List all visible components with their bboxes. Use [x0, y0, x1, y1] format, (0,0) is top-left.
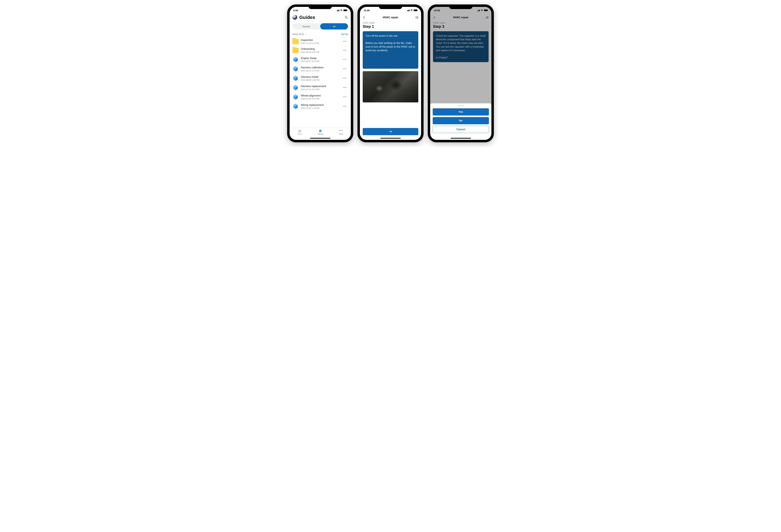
screen-step3: 10:28 HVAC repair HVAC repair Step 3 Che…	[430, 7, 491, 140]
guide-icon	[292, 94, 299, 100]
item-title: Onboarding	[301, 47, 339, 51]
wifi-icon	[340, 9, 342, 11]
item-title: Harness install	[301, 75, 339, 79]
tab-recent[interactable]: Recent	[292, 23, 320, 30]
item-title: Inspection	[301, 39, 339, 42]
item-more-button[interactable]: •••	[342, 75, 348, 81]
subheader: HVAC repair Step 1	[360, 20, 421, 29]
nav-home-label: Home	[297, 133, 302, 135]
nav-title: HVAC repair	[383, 16, 398, 19]
subheader: HVAC repair Step 3	[430, 20, 491, 29]
action-sheet: Yes No Cancel	[430, 103, 491, 140]
item-subtitle: 2020-12-03 3:32 PM	[301, 97, 339, 100]
svg-rect-22	[321, 130, 322, 132]
item-subtitle: 2021-07-12 4:12 PM	[301, 88, 339, 91]
screen-step1: 10:28 HVAC repair HVAC repair Step 1 Tur…	[360, 7, 421, 140]
list-item[interactable]: Engine Swap2021-09-21 6:13 AM•••	[292, 55, 348, 64]
status-time: 10:28	[364, 9, 370, 12]
status-icons	[477, 9, 488, 11]
filter-tabs: Recent All	[292, 23, 348, 30]
item-more-button[interactable]: •••	[342, 94, 348, 100]
item-title: Engine Swap	[301, 57, 339, 60]
no-button[interactable]: No	[433, 117, 489, 124]
home-indicator[interactable]	[451, 138, 471, 139]
nav-more[interactable]: ••• More	[339, 129, 343, 135]
item-more-button[interactable]: •••	[342, 57, 348, 62]
nav-header: HVAC repair	[430, 14, 491, 20]
avatar[interactable]	[292, 15, 297, 20]
list-item[interactable]: Harness install2021-08-03 1:38 PM•••	[292, 74, 348, 83]
guide-icon	[292, 75, 299, 81]
steps-list-icon	[486, 16, 489, 19]
home-indicator[interactable]	[380, 138, 401, 139]
content-area: Turn off the power to the unit. Before y…	[360, 29, 421, 128]
item-subtitle: 2020-12-05 1:18 PM	[301, 107, 339, 109]
yes-button[interactable]: Yes	[433, 108, 489, 116]
home-indicator[interactable]	[310, 138, 330, 139]
tab-all[interactable]: All	[320, 23, 348, 30]
folder-icon	[292, 39, 299, 44]
library-icon	[319, 129, 322, 133]
steps-list-icon[interactable]	[415, 16, 419, 19]
notch	[309, 5, 332, 9]
list-item[interactable]: Harness replacement2021-07-12 4:12 PM•••	[292, 83, 348, 92]
back-button[interactable]	[362, 16, 366, 19]
svg-rect-24	[416, 17, 416, 18]
battery-icon	[484, 9, 488, 11]
next-button[interactable]	[363, 128, 418, 135]
item-title: Harness replacement	[301, 85, 339, 88]
item-text: Inspection2021-11-19 6:13 AM	[301, 39, 339, 44]
breadcrumb: HVAC repair	[363, 21, 418, 24]
step-title: Step 3	[433, 25, 489, 29]
list-item[interactable]: Wiring replacement2020-12-05 1:18 PM•••	[292, 102, 348, 111]
guide-icon	[292, 84, 299, 91]
guide-icon	[292, 56, 299, 62]
item-more-button[interactable]: •••	[342, 39, 348, 44]
folder-icon	[292, 48, 299, 53]
sort-label: Name (A-Z) ↓	[292, 33, 306, 36]
wifi-icon	[481, 9, 483, 11]
guide-icon	[292, 66, 299, 72]
step-title: Step 1	[363, 25, 418, 29]
screen-library: 6:50 Guides Recent All Name (A-Z) ↓ Sort…	[290, 7, 351, 140]
nav-home[interactable]: Home	[297, 129, 302, 135]
page-header: Guides	[290, 14, 351, 21]
item-more-button[interactable]: •••	[342, 66, 348, 72]
item-more-button[interactable]: •••	[342, 47, 348, 53]
list-item[interactable]: Inspection2021-11-19 6:13 AM•••	[292, 37, 348, 46]
item-more-button[interactable]: •••	[342, 85, 348, 91]
item-title: Wheel alignment	[301, 94, 339, 97]
item-title: Wiring replacement	[301, 103, 339, 106]
item-text: Wiring replacement2020-12-05 1:18 PM	[301, 103, 339, 109]
more-icon: •••	[339, 129, 343, 133]
phone-library: 6:50 Guides Recent All Name (A-Z) ↓ Sort…	[287, 5, 353, 142]
step-image[interactable]	[363, 71, 418, 102]
list-item[interactable]: Wheel alignment2020-12-03 3:32 PM•••	[292, 92, 348, 102]
item-text: Onboarding2021-05-19 6:37 AM	[301, 47, 339, 53]
search-icon[interactable]	[344, 15, 348, 19]
nav-header: HVAC repair	[360, 14, 421, 20]
list-item[interactable]: Onboarding2021-05-19 6:37 AM•••	[292, 46, 348, 55]
nav-more-label: More	[339, 133, 343, 135]
item-more-button[interactable]: •••	[342, 103, 348, 109]
notch	[379, 5, 402, 9]
svg-rect-32	[486, 18, 486, 18]
sheet-handle[interactable]	[458, 105, 464, 106]
item-subtitle: 2021-08-03 1:38 PM	[301, 79, 339, 81]
signal-icon	[407, 9, 410, 11]
sort-button[interactable]: Sort by	[341, 33, 348, 36]
item-text: Engine Swap2021-09-21 6:13 AM	[301, 57, 339, 62]
instruction-card: Check the capacitor: The capacitor is a …	[433, 31, 489, 62]
battery-icon	[414, 9, 417, 11]
breadcrumb: HVAC repair	[433, 21, 489, 24]
svg-rect-20	[320, 130, 320, 132]
guides-list[interactable]: Inspection2021-11-19 6:13 AM•••Onboardin…	[290, 37, 351, 140]
cancel-button[interactable]: Cancel	[433, 126, 489, 133]
nav-library[interactable]: Library	[318, 129, 323, 135]
item-text: Harness install2021-08-03 1:38 PM	[301, 75, 339, 81]
signal-icon	[337, 9, 339, 11]
nav-title: HVAC repair	[453, 16, 468, 19]
svg-rect-30	[486, 16, 486, 17]
status-time: 10:28	[434, 9, 440, 12]
list-item[interactable]: Harness calibration2021-08-12 1:18 PM•••	[292, 64, 348, 74]
